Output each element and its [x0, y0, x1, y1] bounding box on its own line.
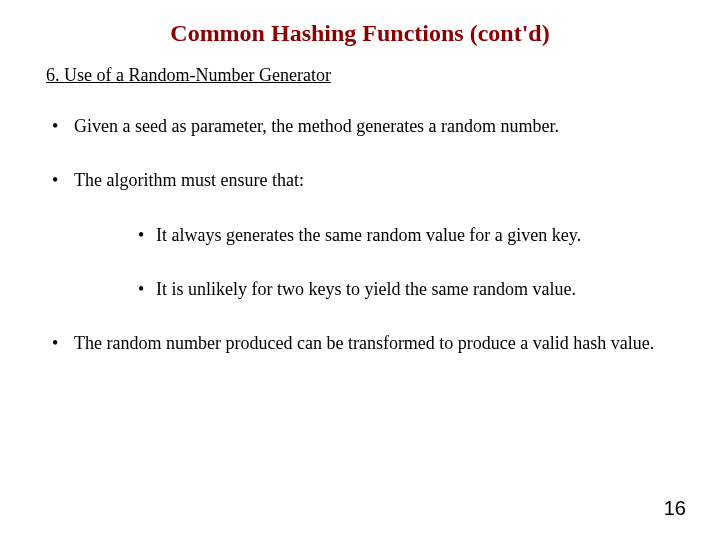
sub-bullet-item: It is unlikely for two keys to yield the… [134, 277, 680, 301]
bullet-text: Given a seed as parameter, the method ge… [74, 116, 559, 136]
bullet-text: The random number produced can be transf… [74, 333, 654, 353]
bullet-item: The random number produced can be transf… [46, 331, 680, 355]
slide-title: Common Hashing Functions (cont'd) [40, 20, 680, 47]
sub-bullet-item: It always generates the same random valu… [134, 223, 680, 247]
bullet-text: The algorithm must ensure that: [74, 170, 304, 190]
bullet-list: Given a seed as parameter, the method ge… [46, 114, 680, 355]
section-heading: 6. Use of a Random-Number Generator [46, 65, 680, 86]
bullet-item: The algorithm must ensure that: It alway… [46, 168, 680, 301]
page-number: 16 [664, 497, 686, 520]
sub-bullet-text: It always generates the same random valu… [156, 225, 581, 245]
bullet-item: Given a seed as parameter, the method ge… [46, 114, 680, 138]
sub-bullet-text: It is unlikely for two keys to yield the… [156, 279, 576, 299]
sub-bullet-list: It always generates the same random valu… [134, 223, 680, 302]
